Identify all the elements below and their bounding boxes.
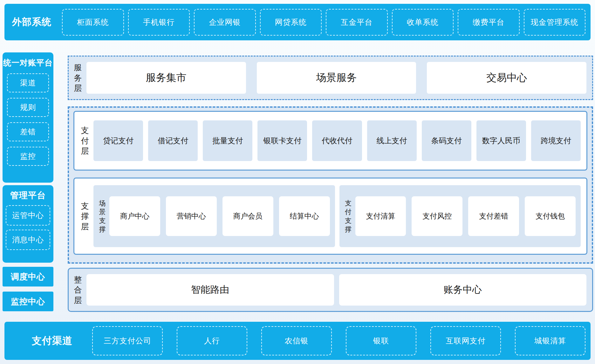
payment-channel-item: 三方支付公司: [92, 326, 163, 355]
payment-channel-item: 人行: [177, 326, 247, 355]
payment-item: 借记支付: [148, 120, 198, 161]
payment-channel-item: 农信银: [261, 326, 332, 355]
external-system-item: 企业网银: [194, 9, 256, 36]
support-item: 营销中心: [166, 196, 217, 236]
service-layer-items: 服务集市 场景服务 交易中心: [86, 62, 586, 94]
architecture-diagram: 外部系统 柜面系统 手机银行 企业网银 网贷系统 互金平台 收单系统 缴费平台 …: [0, 0, 595, 364]
payment-layer-items: 贷记支付 借记支付 批量支付 银联卡支付 代收代付 线上支付 条码支付 数字人民…: [93, 120, 581, 161]
monitoring-center-block: 监控中心: [3, 292, 53, 311]
integration-layer-label: 整合层: [73, 274, 83, 306]
external-system-item: 网贷系统: [260, 9, 322, 36]
service-item: 服务集市: [86, 62, 246, 94]
service-layer-panel: 服务层 服务集市 场景服务 交易中心: [68, 56, 593, 100]
support-layer-groups: 场景支撑 商户中心 营销中心 商户会员 结算中心 支付支撑 支付清算: [93, 185, 581, 247]
payment-item: 银联卡支付: [257, 120, 307, 161]
payment-item: 贷记支付: [93, 120, 143, 161]
management-platform-title: 管理平台: [3, 190, 53, 201]
reconciliation-platform-title: 统一对账平台: [3, 57, 53, 68]
service-item: 交易中心: [427, 62, 586, 94]
payment-channels-label: 支付渠道: [10, 334, 92, 347]
scheduling-center-block: 调度中心: [3, 267, 53, 286]
reconciliation-item: 差错: [7, 122, 49, 141]
reconciliation-item: 渠道: [7, 73, 49, 92]
support-item: 支付钱包: [525, 196, 576, 236]
payment-support-label: 支付支撑: [345, 199, 352, 233]
payment-item: 线上支付: [367, 120, 417, 161]
support-layer-label: 支撑层: [80, 201, 90, 232]
main-layers: 服务层 服务集市 场景服务 交易中心 支付层 贷记支付 借记支付 批量支付 银联…: [68, 40, 593, 312]
external-system-item: 手机银行: [128, 9, 190, 36]
support-layer-panel: 支撑层 场景支撑 商户中心 营销中心 商户会员 结算中心: [73, 178, 587, 255]
external-system-item: 柜面系统: [62, 9, 124, 36]
integration-layer-panel: 整合层 智能路由 账务中心: [68, 268, 593, 312]
middle-region: 统一对账平台 渠道 规则 差错 监控 管理平台 运管中心 消息中心 调度中心 监…: [0, 40, 595, 312]
integration-item: 账务中心: [339, 274, 587, 306]
payment-channel-item: 互联网支付: [430, 326, 501, 355]
scenario-support-group: 场景支撑 商户中心 营销中心 商户会员 结算中心: [93, 185, 335, 247]
support-item: 商户会员: [222, 196, 273, 236]
support-item: 支付差错: [468, 196, 519, 236]
core-layers-container: 支付层 贷记支付 借记支付 批量支付 银联卡支付 代收代付 线上支付 条码支付 …: [68, 106, 593, 264]
external-system-item: 现金管理系统: [524, 9, 586, 36]
payment-support-group: 支付支撑 支付清算 支付风控 支付差错 支付钱包: [339, 185, 581, 247]
payment-item: 数字人民币: [476, 120, 526, 161]
payment-channels-bar: 支付渠道 三方支付公司 人行 农信银 银联 互联网支付 城银清算: [4, 322, 591, 360]
payment-item: 代收代付: [312, 120, 362, 161]
reconciliation-platform-panel: 统一对账平台 渠道 规则 差错 监控: [3, 52, 53, 183]
external-systems-label: 外部系统: [10, 16, 62, 29]
external-system-item: 互金平台: [326, 9, 388, 36]
payment-channel-item: 银联: [346, 326, 416, 355]
reconciliation-item: 监控: [7, 147, 49, 166]
payment-support-items: 支付清算 支付风控 支付差错 支付钱包: [355, 196, 576, 236]
support-item: 支付清算: [355, 196, 406, 236]
support-item: 结算中心: [279, 196, 330, 236]
management-item: 消息中心: [6, 230, 50, 250]
payment-item: 跨境支付: [531, 120, 581, 161]
management-item: 运管中心: [6, 205, 50, 226]
payment-channel-item: 城银清算: [515, 326, 585, 355]
scenario-support-items: 商户中心 营销中心 商户会员 结算中心: [109, 196, 330, 236]
payment-layer-panel: 支付层 贷记支付 借记支付 批量支付 银联卡支付 代收代付 线上支付 条码支付 …: [73, 111, 587, 171]
sidebar: 统一对账平台 渠道 规则 差错 监控 管理平台 运管中心 消息中心 调度中心 监…: [3, 40, 53, 311]
external-systems-bar: 外部系统 柜面系统 手机银行 企业网银 网贷系统 互金平台 收单系统 缴费平台 …: [4, 4, 591, 40]
payment-item: 批量支付: [203, 120, 252, 161]
management-platform-panel: 管理平台 运管中心 消息中心: [3, 185, 53, 263]
integration-layer-items: 智能路由 账务中心: [86, 274, 586, 306]
payment-layer-label: 支付层: [80, 125, 90, 156]
external-system-item: 收单系统: [392, 9, 454, 36]
scenario-support-label: 场景支撑: [99, 199, 106, 233]
service-layer-label: 服务层: [73, 62, 83, 93]
service-item: 场景服务: [257, 62, 416, 94]
external-system-item: 缴费平台: [458, 9, 520, 36]
payment-channels-items: 三方支付公司 人行 农信银 银联 互联网支付 城银清算: [92, 326, 585, 355]
support-item: 商户中心: [109, 196, 160, 236]
external-systems-items: 柜面系统 手机银行 企业网银 网贷系统 互金平台 收单系统 缴费平台 现金管理系…: [62, 9, 585, 36]
payment-item: 条码支付: [422, 120, 471, 161]
support-item: 支付风控: [412, 196, 462, 236]
integration-item: 智能路由: [86, 274, 334, 306]
reconciliation-item: 规则: [7, 98, 49, 117]
